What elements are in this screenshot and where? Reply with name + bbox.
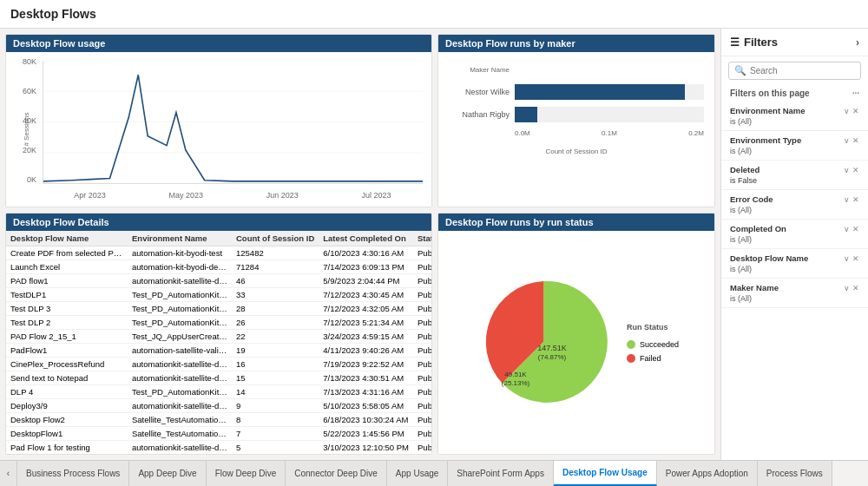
table-cell: automationkit-satellite-dev xyxy=(128,441,232,455)
filter-expand-icon[interactable]: ∨ xyxy=(844,284,850,292)
filter-item[interactable]: Error Code ∨ ✕ is (All) xyxy=(721,190,868,220)
table-cell: Desktop Flow2 xyxy=(6,413,128,427)
filters-close-button[interactable]: › xyxy=(856,36,859,49)
filters-more-icon: ··· xyxy=(852,89,859,98)
tab-sharepoint-form-apps[interactable]: SharePoint Form Apps xyxy=(448,461,554,486)
filter-value: is (All) xyxy=(730,117,859,126)
filter-expand-icon[interactable]: ∨ xyxy=(844,195,850,204)
table-row[interactable]: Test DLP 3Test_PD_AutomationKit_Satellit… xyxy=(6,302,431,316)
table-row[interactable]: DLP 4Test_PD_AutomationKit_Satellite147/… xyxy=(6,385,431,399)
table-cell: automationkit-satellite-dev xyxy=(128,358,232,371)
filter-item[interactable]: Environment Name ∨ ✕ is (All) xyxy=(721,102,868,131)
legend-failed: Failed xyxy=(627,354,679,363)
filter-item-header: Completed On ∨ ✕ xyxy=(730,224,859,233)
col-flow-name: Desktop Flow Name xyxy=(6,231,128,246)
usage-y-axis: 80K 60K 40K 20K 0K xyxy=(11,57,39,184)
filter-expand-icon[interactable]: ∨ xyxy=(844,225,850,233)
pie-chart-wrapper: 147.51K (74.87%) 49.51K (25.13%) xyxy=(474,273,613,413)
table-row[interactable]: Test DLP 2Test_PD_AutomationKit_Satellit… xyxy=(6,316,431,330)
table-cell: 26 xyxy=(232,316,319,330)
filters-on-page-label: Filters on this page ··· xyxy=(721,85,868,102)
usage-card-title: Desktop Flow usage xyxy=(6,35,431,52)
table-cell: DLP 4 xyxy=(6,385,128,399)
filter-item[interactable]: Environment Type ∨ ✕ is (All) xyxy=(721,131,868,161)
tab-app-usage[interactable]: App Usage xyxy=(387,461,448,486)
tab-power-apps-adoption[interactable]: Power Apps Adoption xyxy=(657,461,758,486)
filter-expand-icon[interactable]: ∨ xyxy=(844,254,850,263)
table-row[interactable]: PadFlow1automation-satellite-validation1… xyxy=(6,344,431,358)
table-cell: Pad Flow 1 for testing xyxy=(6,441,128,455)
filter-expand-icon[interactable]: ∨ xyxy=(844,107,850,115)
table-row[interactable]: Create PDF from selected PDF page(s) - C… xyxy=(6,246,431,260)
table-cell: Published xyxy=(413,441,431,455)
table-cell: 6/18/2023 10:30:24 AM xyxy=(319,413,413,427)
details-table-header-row: Desktop Flow Name Environment Name Count… xyxy=(6,231,431,246)
table-cell: Launch Excel xyxy=(6,260,128,274)
table-row[interactable]: Launch Excelautomation-kit-byodi-demo712… xyxy=(6,260,431,274)
filter-item-header: Environment Type ∨ ✕ xyxy=(730,135,859,145)
tab-process-flows[interactable]: Process Flows xyxy=(758,461,832,486)
filter-item-icons: ∨ ✕ xyxy=(844,284,859,292)
table-row[interactable]: Send text to Notepadautomationkit-satell… xyxy=(6,371,431,385)
maker-bar-nestor-container xyxy=(515,84,704,100)
pie-failed-label: 49.51K xyxy=(504,371,527,378)
filters-search-input[interactable] xyxy=(750,66,855,76)
details-card-title: Desktop Flow Details xyxy=(6,213,431,231)
usage-x-axis: Apr 2023 May 2023 Jun 2023 Jul 2023 xyxy=(43,191,423,200)
table-row[interactable]: PAD flow1automationkit-satellite-dev465/… xyxy=(6,274,431,288)
tab-desktop-flow-usage[interactable]: Desktop Flow Usage xyxy=(554,461,657,486)
filter-clear-icon[interactable]: ✕ xyxy=(852,136,859,145)
tab-flow-deep-dive[interactable]: Flow Deep Dive xyxy=(207,461,286,486)
filter-icon: ☰ xyxy=(730,36,740,49)
filter-clear-icon[interactable]: ✕ xyxy=(852,284,859,292)
table-cell: DesktopFlow1 xyxy=(6,427,128,441)
table-cell: 7/19/2023 9:22:52 AM xyxy=(319,358,413,371)
filter-name: Maker Name xyxy=(730,283,779,292)
filter-clear-icon[interactable]: ✕ xyxy=(852,107,859,115)
col-latest: Latest Completed On xyxy=(319,231,413,246)
filter-clear-icon[interactable]: ✕ xyxy=(852,254,859,263)
table-cell: Published xyxy=(413,246,431,260)
table-row[interactable]: DesktopFlow1Satellite_TestAutomationKIT7… xyxy=(6,427,431,441)
maker-label-nestor: Nestor Wilke xyxy=(449,88,510,96)
filter-item[interactable]: Deleted ∨ ✕ is False xyxy=(721,161,868,190)
details-table-head: Desktop Flow Name Environment Name Count… xyxy=(6,231,431,246)
filters-scroll[interactable]: Environment Name ∨ ✕ is (All) Environmen… xyxy=(721,102,868,460)
table-cell: Published xyxy=(413,358,431,371)
tab-app-deep-dive[interactable]: App Deep Dive xyxy=(129,461,206,486)
table-cell: Test DLP 2 xyxy=(6,316,128,330)
filter-item-header: Error Code ∨ ✕ xyxy=(730,194,859,204)
table-row[interactable]: Deploy3/9automationkit-satellite-dev95/1… xyxy=(6,399,431,413)
filter-item[interactable]: Maker Name ∨ ✕ is (All) xyxy=(721,279,868,308)
usage-chart-svg xyxy=(43,61,423,183)
table-cell: automation-kit-byodi-demo xyxy=(128,260,232,274)
details-card-body: Desktop Flow Name Environment Name Count… xyxy=(6,231,431,454)
filter-expand-icon[interactable]: ∨ xyxy=(844,136,850,145)
table-cell: 7 xyxy=(232,427,319,441)
tab-connector-deep-dive[interactable]: Connector Deep Dive xyxy=(286,461,387,486)
table-row[interactable]: CinePlex_ProcessRefundautomationkit-sate… xyxy=(6,358,431,371)
filter-value: is (All) xyxy=(730,235,859,244)
table-row[interactable]: TestDLP1Test_PD_AutomationKit_Satellite3… xyxy=(6,288,431,302)
filter-value: is (All) xyxy=(730,147,859,155)
filter-item-icons: ∨ ✕ xyxy=(844,195,859,204)
filter-item[interactable]: Completed On ∨ ✕ is (All) xyxy=(721,220,868,249)
pie-chart-svg: 147.51K (74.87%) 49.51K (25.13%) xyxy=(474,273,613,411)
tab-business-process-flows[interactable]: Business Process Flows xyxy=(17,461,129,486)
filter-expand-icon[interactable]: ∨ xyxy=(844,166,850,174)
filter-clear-icon[interactable]: ✕ xyxy=(852,195,859,204)
table-cell: Published xyxy=(413,427,431,441)
filters-search-box[interactable]: 🔍 xyxy=(728,62,861,80)
filter-clear-icon[interactable]: ✕ xyxy=(852,166,859,174)
tab-nav-left[interactable]: ‹ xyxy=(0,461,17,486)
filter-item-header: Desktop Flow Name ∨ ✕ xyxy=(730,253,859,263)
filter-item[interactable]: Desktop Flow Name ∨ ✕ is (All) xyxy=(721,249,868,279)
details-table-scroll[interactable]: Desktop Flow Name Environment Name Count… xyxy=(6,231,431,454)
maker-card: Desktop Flow runs by maker Maker Name Ne… xyxy=(437,34,715,207)
table-row[interactable]: Desktop Flow2Satellite_TestAutomationKIT… xyxy=(6,413,431,427)
table-row[interactable]: PAD Flow 2_15_1Test_JQ_AppUserCreation22… xyxy=(6,330,431,344)
table-cell: Satellite_TestAutomationKIT xyxy=(128,427,232,441)
filter-clear-icon[interactable]: ✕ xyxy=(852,225,859,233)
filter-name: Completed On xyxy=(730,224,786,233)
table-row[interactable]: Pad Flow 1 for testingautomationkit-sate… xyxy=(6,441,431,455)
